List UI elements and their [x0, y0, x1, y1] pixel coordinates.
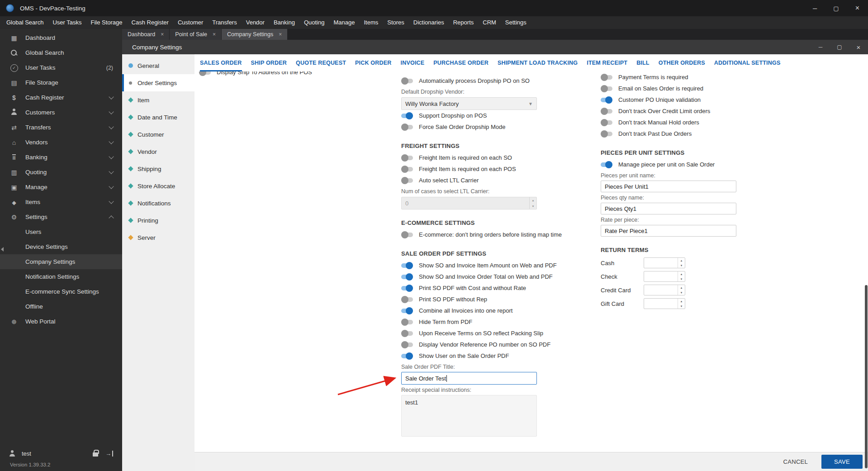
toggle-payment-terms-is-required[interactable]: Payment Terms is required: [601, 71, 809, 83]
tab-other-orders[interactable]: OTHER ORDERS: [659, 54, 705, 71]
menu-item-global-search[interactable]: Global Search: [2, 16, 48, 29]
spinner-check[interactable]: ▲▼: [644, 271, 685, 282]
settings-nav-item-general[interactable]: General: [122, 57, 194, 74]
tab-ship-order[interactable]: SHIP ORDER: [251, 54, 287, 71]
tab-additional-settings[interactable]: ADDITIONAL SETTINGS: [714, 54, 781, 71]
tab-sales-order[interactable]: SALES ORDER: [200, 54, 242, 71]
sidebar-item-dashboard[interactable]: Dashboard: [0, 30, 122, 45]
toggle-switch-icon[interactable]: [401, 263, 413, 268]
toggle-don-t-track-past-due-orders[interactable]: Don't track Past Due Orders: [601, 128, 809, 139]
toggle-switch-icon[interactable]: [401, 167, 413, 171]
toggle-print-so-pdf-with-cost-and-without-rate[interactable]: Print SO PDF with Cost and without Rate: [401, 282, 609, 294]
settings-nav-item-notifications[interactable]: Notifications: [122, 195, 194, 212]
toggle-switch-icon[interactable]: [601, 120, 612, 125]
sidebar-item-settings[interactable]: Settings: [0, 209, 122, 224]
doc-tab-dashboard[interactable]: Dashboard×: [122, 29, 169, 40]
menu-item-manage[interactable]: Manage: [329, 16, 359, 29]
toggle-switch-icon[interactable]: [401, 79, 413, 83]
sidebar-item-user-tasks[interactable]: User Tasks(2): [0, 60, 122, 75]
menu-item-settings[interactable]: Settings: [501, 16, 531, 29]
inner-restore-button[interactable]: ▢: [830, 40, 849, 54]
settings-nav-item-vendor[interactable]: Vendor: [122, 143, 194, 160]
toggle-show-so-and-invoice-order-total-on-web-and-pdf[interactable]: Show SO and Invoice Order Total on Web a…: [401, 271, 609, 282]
toggle-switch-icon[interactable]: [401, 331, 413, 336]
input-pieces-qty-name[interactable]: Pieces Qty1: [601, 203, 736, 214]
toggle-display-vendor-reference-po-number-on-so-pdf[interactable]: Display Vendor Reference PO number on SO…: [401, 339, 609, 350]
sidebar-collapse-icon[interactable]: [1, 247, 4, 252]
menu-item-stores[interactable]: Stores: [383, 16, 409, 29]
toggle-show-so-and-invoice-item-amount-on-web-and-pdf[interactable]: Show SO and Invoice Item Amount on Web a…: [401, 260, 609, 271]
settings-nav-item-server[interactable]: Server: [122, 229, 194, 246]
tab-bill[interactable]: BILL: [636, 54, 650, 71]
sidebar-item-device-settings[interactable]: Device Settings: [0, 239, 122, 254]
maximize-button[interactable]: ▢: [825, 0, 847, 16]
inner-close-button[interactable]: ×: [849, 40, 868, 54]
tab-item-receipt[interactable]: ITEM RECEIPT: [587, 54, 627, 71]
save-button[interactable]: SAVE: [821, 455, 863, 469]
spin-down-icon[interactable]: ▼: [678, 276, 685, 281]
settings-nav-item-customer[interactable]: Customer: [122, 126, 194, 143]
sidebar-item-items[interactable]: Items: [0, 195, 122, 209]
toggle-switch-icon[interactable]: [601, 86, 612, 91]
sidebar-item-company-settings[interactable]: Company Settings: [0, 254, 122, 269]
settings-nav-item-shipping[interactable]: Shipping: [122, 160, 194, 177]
spin-up-icon[interactable]: ▲: [678, 285, 685, 290]
toggle-freight-item-is-required-on-each-so[interactable]: Freight Item is required on each SO: [401, 152, 609, 163]
toggle-switch-icon[interactable]: [601, 98, 612, 102]
close-tab-icon[interactable]: ×: [161, 31, 164, 38]
textarea-receipt-special-instructions[interactable]: test1: [401, 395, 537, 437]
menu-item-items[interactable]: Items: [359, 16, 383, 29]
menu-item-reports[interactable]: Reports: [449, 16, 479, 29]
dropdown-default-dropship-vendor[interactable]: Willy Wonka Factory▼: [401, 97, 537, 110]
toggle-don-t-track-over-credit-limit-orders[interactable]: Don't track Over Credit Limit orders: [601, 105, 809, 117]
toggle-switch-icon[interactable]: [401, 343, 413, 347]
sidebar-item-notification-settings[interactable]: Notification Settings: [0, 269, 122, 284]
minimize-button[interactable]: ─: [804, 0, 825, 16]
sidebar-item-transfers[interactable]: Transfers: [0, 120, 122, 135]
toggle-switch-icon[interactable]: [401, 286, 413, 290]
doc-tab-point-of-sale[interactable]: Point of Sale×: [170, 29, 221, 40]
tab-quote-request[interactable]: QUOTE REQUEST: [296, 54, 346, 71]
toggle-switch-icon[interactable]: [601, 75, 612, 80]
sidebar-item-quoting[interactable]: Quoting: [0, 165, 122, 180]
toggle-switch-icon[interactable]: [401, 309, 413, 313]
close-tab-icon[interactable]: ×: [279, 31, 282, 38]
sidebar-item-vendors[interactable]: Vendors: [0, 135, 122, 150]
toggle-switch-icon[interactable]: [199, 71, 211, 75]
toggle-combine-all-invoices-into-one-report[interactable]: Combine all Invoices into one report: [401, 305, 609, 316]
toggle-freight-item-is-required-on-each-pos[interactable]: Freight Item is required on each POS: [401, 163, 609, 175]
settings-nav-item-date-and-time[interactable]: Date and Time: [122, 109, 194, 126]
toggle-force-sale-order-dropship-mode[interactable]: Force Sale Order Dropship Mode: [401, 121, 609, 133]
input-pieces-per-unit-name[interactable]: Pieces Per Unit1: [601, 181, 736, 192]
menu-item-quoting[interactable]: Quoting: [299, 16, 329, 29]
toggle-display-ship-to-address-on-the-pos[interactable]: Display Ship To Address on the POS: [199, 71, 394, 78]
toggle-switch-icon[interactable]: [401, 297, 413, 302]
menu-item-vendor[interactable]: Vendor: [242, 16, 269, 29]
toggle-switch-icon[interactable]: [401, 178, 413, 183]
menu-item-user-tasks[interactable]: User Tasks: [48, 16, 86, 29]
toggle-automatically-process-dropship-po-on-so[interactable]: Automatically process Dropship PO on SO: [401, 75, 609, 86]
menu-item-file-storage[interactable]: File Storage: [86, 16, 127, 29]
menu-item-transfers[interactable]: Transfers: [208, 16, 241, 29]
spin-down-icon[interactable]: ▼: [678, 304, 685, 309]
toggle-switch-icon[interactable]: [401, 320, 413, 324]
sidebar-item-users[interactable]: Users: [0, 224, 122, 239]
close-tab-icon[interactable]: ×: [213, 31, 216, 38]
toggle-manage-piece-per-unit-on-sale-order[interactable]: Manage piece per unit on Sale Order: [601, 159, 809, 170]
cancel-button[interactable]: CANCEL: [777, 455, 815, 469]
spinner-credit-card[interactable]: ▲▼: [644, 285, 685, 295]
settings-nav-item-item[interactable]: Item: [122, 91, 194, 109]
input-sale-order-pdf-title[interactable]: Sale Order Test: [401, 372, 537, 385]
toggle-switch-icon[interactable]: [401, 156, 413, 160]
settings-nav-item-printing[interactable]: Printing: [122, 212, 194, 229]
spin-down-icon[interactable]: ▼: [678, 290, 685, 295]
tab-purchase-order[interactable]: PURCHASE ORDER: [433, 54, 489, 71]
menu-item-dictionaries[interactable]: Dictionaries: [409, 16, 449, 29]
sidebar-item-global-search[interactable]: Global Search: [0, 45, 122, 60]
spin-down-icon[interactable]: ▼: [678, 263, 685, 268]
tab-shipment-load-tracking[interactable]: SHIPMENT LOAD TRACKING: [498, 54, 578, 71]
inner-minimize-button[interactable]: ─: [811, 40, 830, 54]
toggle-switch-icon[interactable]: [401, 114, 413, 118]
spin-down-icon[interactable]: ▼: [530, 203, 536, 209]
spinner-cash[interactable]: ▲▼: [644, 257, 685, 268]
